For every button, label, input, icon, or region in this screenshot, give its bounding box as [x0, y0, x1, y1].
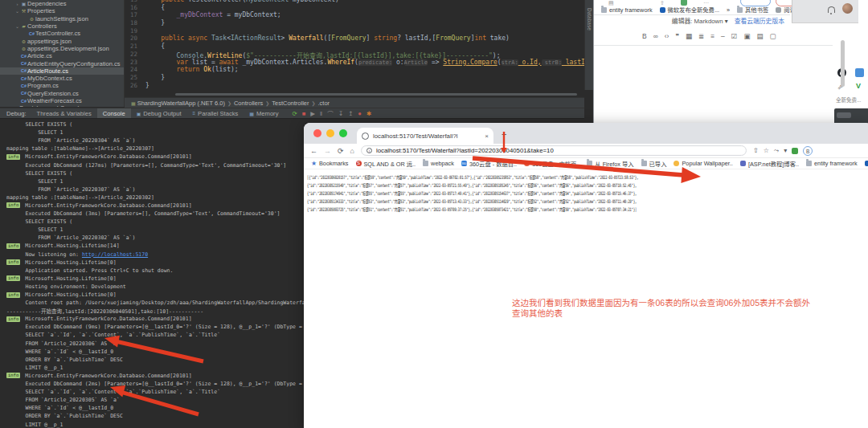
address-bar[interactable]: i localhost:5170/Test/Waterfall?lastId=2… [361, 145, 747, 156]
tree-item-program-cs[interactable]: C#Program.cs [0, 82, 124, 89]
code-line[interactable]: 18 } [125, 19, 584, 27]
md-tool-icon-1[interactable]: ∞ [653, 32, 658, 40]
bookmark-item[interactable]: 微软发布全新免费.. [865, 160, 868, 168]
breadcrumb-segment[interactable]: ShardingWaterfallApp (.NET 6.0) [137, 100, 225, 107]
new-tab-button[interactable]: + [502, 130, 506, 139]
share-icon[interactable]: ⇧ [753, 147, 759, 154]
code-line[interactable]: 22 Console.WriteLine($"-----------开始查询,l… [125, 51, 584, 59]
code-line[interactable]: 20 public async Task<IActionResult> Wate… [125, 35, 584, 43]
bookmark-item[interactable]: P360云盘 - 文档百.. [524, 160, 579, 168]
debug-tab-memory[interactable]: ▦Memory [244, 108, 284, 118]
step-out-icon[interactable]: ↥ [348, 110, 353, 117]
reload-button[interactable]: ⟳ [338, 147, 344, 155]
editor-mode-select[interactable]: 编辑器: Markdown ▾ [672, 16, 728, 25]
code-line[interactable]: 25 } [125, 74, 584, 82]
tree-chevron-icon[interactable]: ⌄ [14, 8, 20, 14]
tree-item-article-cs[interactable]: C#Article.cs [0, 52, 124, 59]
debug-tab-threads-variables[interactable]: Threads & Variables [31, 108, 97, 118]
bookmark-item[interactable]: 已导入 [641, 160, 667, 168]
tree-item-appsettings-development-json[interactable]: ⚙appsettings.Development.json [0, 45, 124, 52]
tree-item-articleentityqueryconfiguration-cs[interactable]: C#ArticleEntityQueryConfiguration.cs [0, 59, 124, 67]
green-extension-icon[interactable] [792, 148, 798, 154]
tree-item-weatherforecast-cs[interactable]: C#WeatherForecast.cs [0, 97, 124, 104]
debug-tab-debug-output[interactable]: ▣Debug Output [131, 108, 187, 118]
database-tool-strip[interactable]: Database [584, 0, 593, 90]
bookmark-item[interactable]: 360360云盘 - 数据百.. [461, 160, 517, 168]
code-line[interactable]: 16 { [125, 4, 584, 12]
close-window-button[interactable] [313, 129, 321, 137]
rerun-icon[interactable]: ⟳ [292, 110, 297, 117]
tree-item-scratches-and-consoles[interactable]: ▤Scratches and Consoles [0, 104, 124, 107]
browser-tab[interactable]: localhost:5170/Test/Waterfall?l × [357, 128, 493, 144]
debug-tab-parallel-stacks[interactable]: ≡Parallel Stacks [187, 108, 244, 118]
editor-hscrollbar[interactable] [175, 93, 577, 96]
bg-bookmark-item[interactable]: 其他书签 [737, 6, 768, 14]
bookmark-item[interactable]: ★Bookmarks [311, 160, 349, 167]
tab-close-icon[interactable]: × [485, 132, 489, 140]
md-tool-icon-8[interactable]: ☑ [731, 32, 738, 40]
bookmark-item[interactable]: [ASP.net教程]博客.. [740, 160, 799, 168]
md-tool-icon-3[interactable]: ❞ [675, 32, 679, 40]
tree-item-dependencies[interactable]: ›▣Dependencies [0, 0, 124, 7]
bookmark-item[interactable]: Popular Wallpaper.. [674, 160, 732, 167]
tree-item-articleroute-cs[interactable]: C#ArticleRoute.cs [0, 67, 124, 75]
breadcrumb[interactable]: ▦ShardingWaterfallApp (.NET 6.0)❯Control… [125, 97, 653, 108]
tree-item-testcontroller-cs[interactable]: C#TestController.cs [0, 30, 124, 37]
pause-icon[interactable]: ‖ [320, 110, 322, 117]
right-scrollbar[interactable] [841, 40, 845, 87]
code-line[interactable]: 23 var list = await _myDbContext.Article… [125, 59, 584, 67]
step-into-icon[interactable]: ↧ [338, 110, 343, 117]
tree-item-properties[interactable]: ⌄⚒Properties [0, 7, 124, 14]
code-line[interactable]: 26} [125, 82, 584, 90]
breadcrumb-segment[interactable]: TestController [272, 100, 309, 107]
tree-item-queryextension-cs[interactable]: C#QueryExtension.cs [0, 90, 124, 97]
code-line[interactable]: 24 return Ok(list); [125, 66, 584, 74]
md-tool-icon-0[interactable]: B [642, 32, 647, 40]
md-tool-icon-5[interactable]: ≣ [698, 32, 704, 40]
tree-item-controllers[interactable]: ⌄▰Controllers [0, 22, 124, 30]
home-button[interactable]: ⌂ [350, 147, 354, 155]
md-tool-icon-4[interactable]: ▦ [686, 32, 692, 40]
bg-bookmark-item[interactable]: entity framework [601, 6, 653, 14]
code-line[interactable]: 21 { [125, 43, 584, 51]
tree-item-launchsettings-json[interactable]: ⚙launchSettings.json [0, 15, 124, 22]
tree-item-appsettings-json[interactable]: ⚙appsettings.json [0, 37, 124, 44]
tree-chevron-icon[interactable]: › [14, 2, 20, 6]
md-tool-icon-2[interactable]: ‹› [665, 32, 669, 40]
console-link[interactable]: http://localhost:5170 [82, 251, 148, 258]
md-tool-icon-9[interactable]: ▣ [743, 32, 750, 40]
md-tool-icon-7[interactable]: – [721, 32, 725, 40]
project-tree[interactable]: ›▣Dependencies⌄⚒Properties⚙launchSetting… [0, 0, 125, 107]
step-over-icon[interactable]: ⌒ [327, 109, 334, 118]
bookmark-item[interactable]: SSQL AND & OR 运.. [356, 160, 416, 168]
md-tool-icon-10[interactable]: ▤ [757, 32, 764, 40]
code-line[interactable]: 19 [125, 27, 584, 35]
v-icon[interactable]: V [856, 82, 861, 90]
avatar[interactable] [842, 3, 853, 14]
code-line[interactable]: 17 _myDbContext = myDbContext; [125, 11, 584, 19]
settings-icon[interactable]: ✱ [366, 110, 371, 117]
debug-console-output[interactable]: SELECT EXISTS ( SELECT 1 FROM `Article_2… [0, 119, 304, 428]
back-button[interactable]: ← [310, 147, 317, 155]
blue-app-icon[interactable] [855, 68, 864, 77]
download-caret-icon[interactable]: ▾ [784, 147, 787, 154]
green-ext-icon[interactable] [681, 0, 687, 6]
code-editor[interactable]: 15 public TestController(MyDbContext myD… [125, 0, 584, 97]
stop-icon[interactable]: ■ [302, 110, 306, 117]
zoom-window-button[interactable] [339, 129, 347, 137]
bookmark-star-icon[interactable]: ☆ [764, 147, 769, 154]
bg-bookmark-item[interactable]: 微软发布全新免费... [660, 6, 719, 14]
tree-chevron-icon[interactable]: ⌄ [14, 23, 20, 29]
bookmark-item[interactable]: entity framework [806, 160, 858, 167]
bg-bookmark-item[interactable]: » [727, 6, 730, 14]
md-tool-icon-11[interactable]: ▢ [770, 32, 776, 40]
resume-icon[interactable]: ▶ [310, 110, 315, 117]
extension-icon[interactable]: ⤳ [774, 147, 779, 155]
forward-button[interactable]: → [324, 147, 331, 155]
site-info-icon[interactable]: i [366, 148, 372, 153]
profile-avatar[interactable]: B [803, 146, 813, 156]
minimize-window-button[interactable] [326, 129, 334, 137]
browser-titlebar[interactable]: localhost:5170/Test/Waterfall?l × + [304, 123, 868, 144]
bookmark-item[interactable]: webpack [423, 160, 454, 167]
debug-tab-console[interactable]: Console [97, 108, 131, 118]
